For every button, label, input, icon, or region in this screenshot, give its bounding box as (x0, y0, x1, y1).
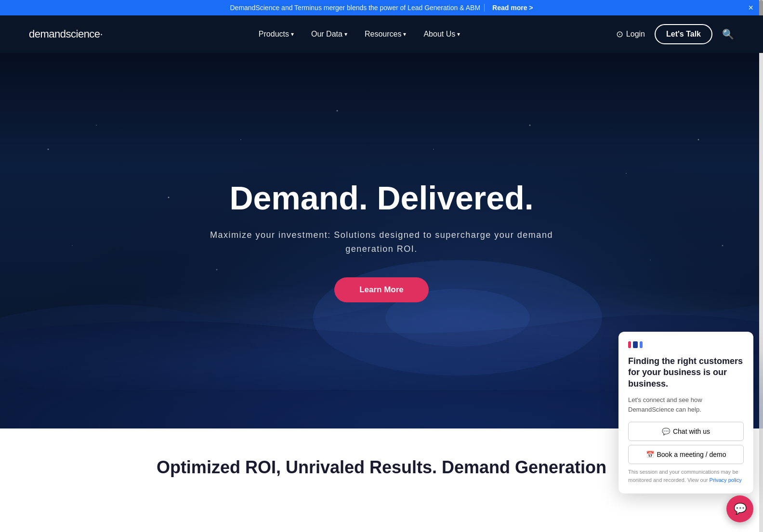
chat-widget-logo (628, 341, 744, 348)
navbar: demandscience· Products ▾ Our Data ▾ Res… (0, 15, 763, 53)
svg-point-6 (337, 110, 338, 112)
nav-links: Products ▾ Our Data ▾ Resources ▾ About … (259, 30, 460, 39)
calendar-icon: 📅 (646, 451, 654, 458)
user-icon: ⊙ (616, 29, 623, 39)
chat-widget-title: Finding the right customers for your bus… (628, 356, 744, 389)
svg-point-15 (650, 260, 651, 260)
svg-point-11 (72, 245, 73, 246)
svg-point-8 (529, 125, 531, 126)
chevron-down-icon: ▾ (403, 31, 406, 38)
nav-actions: ⊙ Login Let's Talk 🔍 (616, 24, 734, 44)
announcement-close-button[interactable]: × (748, 3, 753, 13)
logo-bar-blue-dark (633, 341, 638, 348)
scrollbar-track (759, 0, 763, 497)
chat-icon: 💬 (662, 428, 670, 435)
hero-title: Demand. Delivered. (229, 179, 533, 217)
chat-widget-description: Let's connect and see how DemandScience … (628, 395, 744, 414)
nav-item-ourdata[interactable]: Our Data ▾ (311, 30, 347, 39)
nav-item-aboutus[interactable]: About Us ▾ (423, 30, 460, 39)
svg-point-9 (626, 173, 627, 174)
logo-bar-blue-light (640, 341, 643, 348)
learn-more-button[interactable]: Learn More (334, 277, 429, 302)
nav-item-products[interactable]: Products ▾ (259, 30, 294, 39)
announcement-link[interactable]: Read more > (492, 4, 533, 12)
search-button[interactable]: 🔍 (722, 28, 734, 40)
chat-widget-panel: Finding the right customers for your bus… (618, 332, 753, 493)
nav-item-resources[interactable]: Resources ▾ (365, 30, 406, 39)
login-button[interactable]: ⊙ Login (616, 29, 645, 39)
svg-point-7 (433, 149, 434, 150)
chevron-down-icon: ▾ (291, 31, 294, 38)
privacy-policy-link[interactable]: Privacy policy (710, 477, 742, 483)
svg-point-3 (96, 125, 97, 126)
svg-point-16 (722, 245, 724, 247)
book-meeting-button[interactable]: 📅 Book a meeting / demo (628, 445, 744, 464)
svg-point-12 (216, 269, 218, 271)
site-logo[interactable]: demandscience· (29, 28, 103, 40)
search-icon: 🔍 (722, 29, 734, 39)
announcement-divider (484, 4, 485, 12)
svg-point-5 (240, 139, 241, 140)
svg-point-10 (698, 139, 699, 141)
announcement-bar: DemandScience and Terminus merger blends… (0, 0, 763, 15)
logo-bar-red (628, 341, 631, 348)
svg-point-4 (168, 197, 170, 198)
hero-subtitle: Maximize your investment: Solutions desi… (201, 228, 562, 256)
announcement-text: DemandScience and Terminus merger blends… (230, 4, 480, 12)
chat-with-us-button[interactable]: 💬 Chat with us (628, 422, 744, 441)
lets-talk-button[interactable]: Let's Talk (655, 24, 712, 44)
chevron-down-icon: ▾ (457, 31, 460, 38)
chat-legal-text: This session and your communications may… (628, 468, 744, 484)
chevron-down-icon: ▾ (344, 31, 347, 38)
svg-point-2 (48, 149, 49, 150)
